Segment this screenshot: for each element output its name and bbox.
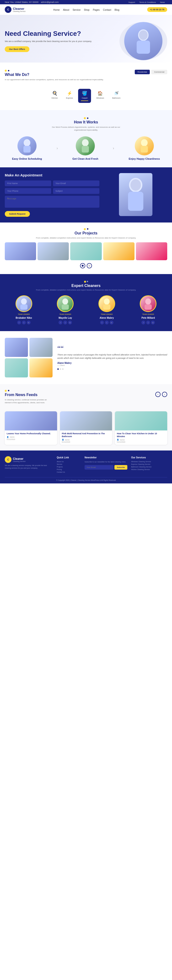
- nav-about[interactable]: About: [63, 9, 69, 11]
- footer-service-2[interactable]: Express Cleaning Service: [131, 463, 167, 465]
- testimonial-content: ““ There are many variations of passages…: [57, 345, 167, 370]
- news-sub: In cleaning service, continual reviews p…: [5, 398, 53, 404]
- message-textarea[interactable]: [5, 196, 99, 208]
- footer-service-3[interactable]: Bathroom Cleaning Service: [131, 466, 167, 468]
- copyright-text: © Copyright 2020 | Cleaner | Cleaning Se…: [56, 479, 116, 481]
- subject-input[interactable]: [53, 188, 99, 194]
- cleaner-avatar-3: [99, 295, 115, 312]
- footer-service-4[interactable]: Kitchen Cleaning Service: [131, 469, 167, 470]
- terms-link[interactable]: Terms & Conditions: [139, 1, 156, 3]
- email-input[interactable]: [53, 180, 99, 186]
- svg-point-5: [82, 139, 89, 146]
- linkedin-icon-3[interactable]: in: [110, 321, 113, 325]
- carousel-dot-2[interactable]: [87, 263, 92, 268]
- news-date-1: 01/12/2020: [7, 439, 55, 440]
- newsletter-subscribe-button[interactable]: Subscribe: [115, 465, 127, 469]
- facebook-icon-3[interactable]: f: [100, 321, 104, 325]
- quick-link-1[interactable]: About Us: [57, 461, 81, 463]
- tab-carpet[interactable]: 🪣 Carpet: [78, 89, 91, 103]
- testi-dot-3[interactable]: [62, 368, 64, 370]
- cleaner-role-4: TEAM LEADER: [142, 313, 154, 315]
- cleaner-card-2: TEAM LEADER Mayelle Lay f t in: [46, 295, 84, 325]
- support-link[interactable]: Support: [129, 1, 135, 3]
- residential-toggle[interactable]: Residential: [135, 70, 150, 74]
- cleaner-name-4: Pete Millard: [142, 317, 155, 319]
- svg-point-7: [141, 139, 148, 146]
- hero-desc: We are a certified company. We provide t…: [5, 40, 119, 43]
- tab-windows[interactable]: 🏠 Windows: [93, 89, 107, 103]
- project-img-1: [5, 242, 36, 260]
- facebook-icon-4[interactable]: f: [142, 321, 145, 325]
- form-row-1: [5, 180, 99, 186]
- news-body-1: Leaves Your Home Professionally Cleaned.…: [5, 430, 57, 442]
- nav-shop[interactable]: Shop: [84, 9, 89, 11]
- bathroom-icon: 🚿: [114, 91, 119, 96]
- quick-link-5[interactable]: Contact Us: [57, 471, 81, 473]
- logo: C Cleaner Cleaning Service: [5, 6, 25, 13]
- nav-home[interactable]: Home: [53, 9, 60, 11]
- quick-link-3[interactable]: Projects: [57, 466, 81, 468]
- appointment-section: Make An Appointment Submit Request: [0, 167, 172, 223]
- newsletter-email-input[interactable]: [84, 465, 113, 469]
- tab-bathroom[interactable]: 🚿 Bathroom: [110, 89, 124, 103]
- tab-kitchen[interactable]: 🍳 Kitchen: [49, 89, 61, 103]
- chevron-left-icon: ‹: [158, 393, 158, 396]
- dot-yellow-2: [84, 117, 86, 119]
- cleaner-socials-3: f t in: [100, 321, 113, 325]
- hero-text: Need Cleaning Service? We are a certifie…: [5, 30, 119, 52]
- testi-dot-1[interactable]: [57, 368, 59, 370]
- nav-service[interactable]: Service: [73, 9, 81, 11]
- facebook-icon-2[interactable]: f: [59, 321, 62, 325]
- twitter-icon-3[interactable]: t: [105, 321, 109, 325]
- quick-links-title: Quick Link: [57, 456, 81, 459]
- cleaner-role-2: TEAM LEADER: [59, 313, 71, 315]
- news-prev-button[interactable]: ‹: [155, 392, 161, 397]
- best-offers-button[interactable]: Our Best Offers: [5, 46, 29, 52]
- projects-grid: [5, 242, 167, 260]
- step-title-2: Get Clean And Fresh: [72, 158, 98, 160]
- bathroom-label: Bathroom: [112, 97, 121, 99]
- projects-dots: [5, 228, 167, 230]
- linkedin-icon-4[interactable]: in: [151, 321, 155, 325]
- hero-section: Need Cleaning Service? We are a certifie…: [0, 15, 172, 62]
- testi-img-2: [29, 338, 53, 357]
- twitter-icon-4[interactable]: t: [146, 321, 150, 325]
- logo-text: Cleaner: [13, 7, 25, 11]
- expert-section: Expert Cleaners From complete, detailed …: [0, 274, 172, 331]
- phone-input[interactable]: [5, 188, 51, 194]
- footer-logo-icon: C: [5, 456, 11, 463]
- carpet-label: Carpet: [82, 97, 88, 99]
- twitter-icon-2[interactable]: t: [63, 321, 67, 325]
- commercial-toggle[interactable]: Commercial: [151, 70, 167, 74]
- nav-blog[interactable]: Blog: [115, 9, 119, 11]
- cleaner-image: [119, 173, 153, 216]
- first-name-input[interactable]: [5, 180, 51, 186]
- newsletter-title: Newsletter: [84, 456, 127, 459]
- news-title-1[interactable]: Leaves Your Home Professionally Cleaned.: [7, 432, 55, 435]
- nav-pages[interactable]: Pages: [93, 9, 100, 11]
- news-link[interactable]: News: [160, 1, 165, 3]
- twitter-icon-1[interactable]: t: [22, 321, 26, 325]
- footer-grid: C Cleaner Cleaning Service We are a clea…: [5, 456, 167, 474]
- linkedin-icon-1[interactable]: in: [27, 321, 30, 325]
- testi-dot-2[interactable]: [60, 368, 61, 370]
- submit-request-button[interactable]: Submit Request: [5, 211, 30, 217]
- footer-service-1[interactable]: Windows Cleaning Service: [131, 461, 167, 463]
- quick-link-4[interactable]: Pricing: [57, 469, 81, 470]
- how-title: How It Works: [5, 120, 167, 124]
- facebook-icon-1[interactable]: f: [17, 321, 21, 325]
- tab-express[interactable]: ⚡ Express: [63, 89, 76, 103]
- news-title-3[interactable]: How To Clean Your Kitchen In Under 10 Mi…: [117, 432, 165, 438]
- expert-dots: [5, 281, 167, 283]
- linkedin-icon-2[interactable]: in: [68, 321, 72, 325]
- quick-link-2[interactable]: Service: [57, 463, 81, 465]
- carousel-dot-1[interactable]: [80, 263, 85, 268]
- nav-phone[interactable]: +1 00 00 23 75: [147, 7, 167, 12]
- nav-contact[interactable]: Contact: [103, 9, 111, 11]
- navbar: C Cleaner Cleaning Service Home About Se…: [0, 4, 172, 15]
- how-dots: [5, 117, 167, 119]
- news-author-1: Admin: [10, 436, 14, 438]
- news-title-2[interactable]: Pink Mold Removal And Prevention In The …: [62, 432, 110, 438]
- dot-blue-2: [87, 118, 88, 119]
- news-next-button[interactable]: ›: [162, 392, 167, 397]
